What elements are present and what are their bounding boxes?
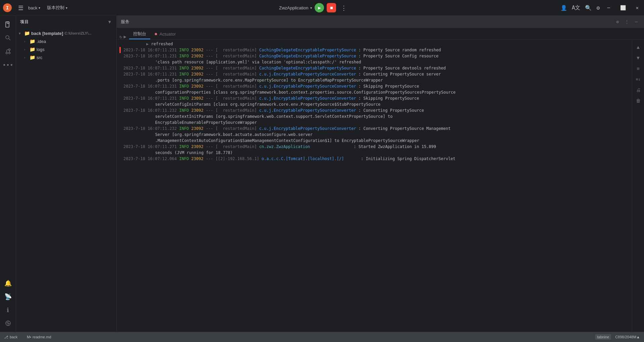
services-header: 服务 ⊕ ⋮ ─	[117, 16, 644, 28]
more-options-button[interactable]: ⋮	[339, 4, 349, 12]
refresh-icon[interactable]: ↻	[119, 34, 122, 39]
expand-icon[interactable]: ▶	[123, 34, 126, 39]
main-content: 服务 ⊕ ⋮ ─ ↻ ▶ 控制台 ● Actuator	[117, 16, 644, 332]
svg-rect-3	[7, 22, 9, 23]
services-minimize-button[interactable]: ─	[633, 18, 640, 26]
chevron-right-icon: ›	[24, 56, 30, 59]
profile-icon[interactable]: 👤	[560, 5, 567, 11]
folder-icon: 📁	[30, 55, 35, 60]
main-layout: ••• 🔔 📡 ℹ 项目 ▾ ▾ 📁 back	[0, 16, 644, 332]
run-button[interactable]: ▶	[315, 3, 324, 12]
chevron-right-icon: ›	[24, 48, 30, 51]
version-ctrl-menu[interactable]: 版本控制 ▾	[47, 5, 67, 11]
scroll-to-end-icon[interactable]: ≡↓	[634, 75, 643, 84]
titlebar: I ☰ back ▾ 版本控制 ▾ ZwzApplication ▾ ▶ ■ ⋮…	[0, 0, 644, 16]
services-more-button[interactable]: ⋮	[623, 18, 631, 26]
log-content[interactable]: ▶ refreshed 2023-7-18 16:07:11.231 INFO …	[117, 40, 632, 332]
scroll-up-icon[interactable]: ▲	[634, 42, 643, 52]
log-line-collapsed[interactable]: ▶ refreshed	[117, 41, 632, 47]
services-panel: 服务 ⊕ ⋮ ─ ↻ ▶ 控制台 ● Actuator	[117, 16, 644, 332]
log-outer: ▶ refreshed 2023-7-18 16:07:11.231 INFO …	[117, 40, 644, 332]
activity-bar: ••• 🔔 📡 ℹ	[0, 16, 16, 332]
tab-actuator-label: Actuator	[160, 32, 176, 37]
activity-more-icon[interactable]: •••	[2, 59, 14, 71]
refresh-buttons: ↻ ▶	[119, 34, 126, 39]
clear-icon[interactable]: 🗑	[634, 96, 643, 105]
log-line: 2023-7-18 16:07:11.231 INFO 23092 --- [ …	[117, 83, 632, 89]
tab-actuator[interactable]: ● Actuator	[150, 29, 180, 39]
hamburger-menu[interactable]: ☰	[16, 3, 25, 13]
tree-item-logs-label: logs	[37, 47, 45, 52]
activity-broadcast-icon[interactable]: 📡	[2, 290, 14, 302]
log-line: 2023-7-18 16:07:11.231 INFO 23092 --- [ …	[117, 53, 632, 59]
log-line: 2023-7-18 16:07:11.232 INFO 23092 --- [ …	[117, 126, 632, 132]
collapse-icon: ▶	[146, 41, 151, 47]
tree-item-back[interactable]: ▾ 📁 back [template] C:\Users\ZLY\...	[16, 29, 116, 37]
print-icon[interactable]: 🖨	[634, 85, 643, 95]
status-file[interactable]: M• readme.md	[25, 332, 53, 342]
sidebar-expand-icon[interactable]: ▾	[107, 18, 112, 25]
log-line: 2023-7-18 16:07:11.231 INFO 23092 --- [ …	[117, 65, 632, 71]
svg-text:I: I	[6, 5, 9, 10]
minimize-button[interactable]: ─	[604, 4, 612, 11]
activity-bottom: 🔔 📡 ℹ	[2, 277, 14, 332]
svg-line-5	[9, 39, 10, 40]
svg-point-8	[8, 52, 10, 54]
folder-icon: 📁	[30, 39, 35, 44]
status-readme: readme.md	[33, 335, 51, 339]
status-back-branch[interactable]: ⎇ back	[3, 332, 19, 342]
translate-icon[interactable]: A文	[572, 4, 581, 11]
project-name[interactable]: back ▾	[28, 5, 40, 10]
activity-git-icon[interactable]	[2, 45, 14, 57]
log-line: 2023-7-18 16:07:11.231 INFO 23092 --- [ …	[117, 47, 632, 53]
folder-icon: 📁	[24, 31, 30, 36]
status-branch-label: back	[10, 335, 17, 339]
close-button[interactable]: ✕	[633, 4, 641, 11]
tree-item-idea[interactable]: › 📁 .idea	[16, 37, 116, 45]
run-config[interactable]: ZwzApplication ▾	[279, 5, 312, 10]
chevron-right-icon: ›	[24, 40, 30, 43]
chevron-down-icon: ▾	[19, 32, 24, 35]
log-collapsed-label: refreshed	[151, 41, 173, 47]
services-actions: ⊕ ⋮ ─	[614, 18, 640, 26]
titlebar-center: ZwzApplication ▾ ▶ ■ ⋮	[67, 3, 560, 12]
status-tabnine[interactable]: tabnine	[595, 334, 611, 340]
titlebar-right: 👤 A文 🔍 ⚙ ─ ⬜ ✕	[560, 4, 641, 11]
scroll-down-icon[interactable]: ▼	[634, 53, 643, 62]
activity-info-icon[interactable]: ℹ	[2, 304, 14, 316]
log-indicator	[119, 47, 121, 53]
log-line: 2023-7-18 16:07:12.064 INFO 23092 --- [[…	[117, 156, 632, 162]
activity-files-icon[interactable]	[2, 18, 14, 31]
status-memory[interactable]: C898/2048M▲	[614, 335, 641, 339]
tree-item-idea-label: .idea	[37, 39, 46, 44]
settings-icon[interactable]: ⚙	[596, 5, 600, 11]
log-line: servletConfigInitParams [class org.sprin…	[117, 101, 632, 107]
log-line: 'class path resource [application.yml]' …	[117, 59, 632, 65]
sidebar-title: 项目	[20, 19, 107, 25]
log-line: EncryptableEnumerablePropertySourceWrapp…	[117, 119, 632, 126]
tree-item-src[interactable]: › 📁 src	[16, 53, 116, 61]
log-line: 2023-7-18 16:07:11.231 INFO 23092 --- [ …	[117, 95, 632, 101]
activity-search-icon[interactable]	[2, 32, 14, 44]
activity-vcs-icon[interactable]	[2, 317, 14, 329]
run-config-label: ZwzApplication	[279, 5, 308, 10]
activity-notifications-icon[interactable]: 🔔	[2, 277, 14, 289]
soft-wrap-icon[interactable]: ≡	[634, 64, 643, 73]
tree-item-logs[interactable]: › 📁 logs	[16, 45, 116, 53]
svg-rect-2	[6, 22, 9, 27]
tab-console[interactable]: 控制台	[129, 29, 150, 39]
folder-icon: 📁	[30, 47, 35, 52]
services-add-button[interactable]: ⊕	[614, 18, 621, 26]
git-branch-icon: ⎇	[4, 335, 8, 339]
search-icon[interactable]: 🔍	[585, 5, 592, 11]
maximize-button[interactable]: ⬜	[618, 4, 629, 11]
log-line: 2023-7-18 16:07:11.231 INFO 23092 --- [ …	[117, 71, 632, 77]
file-tree: ▾ 📁 back [template] C:\Users\ZLY\... › 📁…	[16, 28, 116, 332]
tree-item-path: C:\Users\ZLY\...	[64, 31, 91, 35]
log-line: seconds (JVM running for 18.778)	[117, 150, 632, 156]
statusbar: ⎇ back › M• readme.md tabnine C898/2048M…	[0, 332, 644, 342]
stop-button[interactable]: ■	[327, 3, 336, 12]
sidebar: 项目 ▾ ▾ 📁 back [template] C:\Users\ZLY\..…	[16, 16, 117, 332]
services-title: 服务	[121, 19, 129, 25]
log-line: .ports [org.springframework.core.env.Map…	[117, 77, 632, 83]
